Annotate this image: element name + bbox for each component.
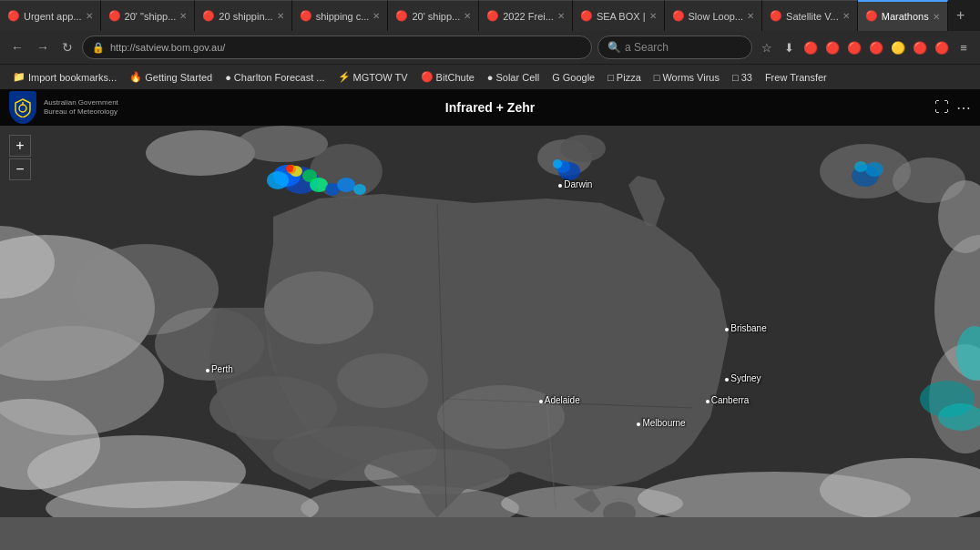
svg-point-51 <box>865 162 883 177</box>
tab-close-3[interactable]: ✕ <box>277 11 284 21</box>
svg-point-33 <box>264 271 373 344</box>
tab-10[interactable]: 🔴 Marathons ✕ <box>858 0 948 31</box>
forward-button[interactable]: → <box>33 38 53 56</box>
extension-icon-5[interactable]: 🟡 <box>889 38 907 56</box>
bookmark-label-4: BitChute <box>436 72 475 83</box>
tab-close-8[interactable]: ✕ <box>747 11 754 21</box>
bookmark-label-9: 33 <box>741 72 752 83</box>
tab-close-6[interactable]: ✕ <box>557 11 565 21</box>
tab-bar: 🔴 Urgent app... ✕ 🔴 20' "shipp... ✕ 🔴 20… <box>0 0 980 31</box>
bookmark-import[interactable]: 📁 Import bookmarks... <box>7 69 122 85</box>
svg-point-46 <box>353 184 366 195</box>
svg-point-45 <box>337 178 355 192</box>
tab-label-7: SEA BOX | <box>597 11 646 22</box>
bookmark-label-0: Import bookmarks... <box>28 72 117 83</box>
svg-point-10 <box>237 126 328 162</box>
fullscreen-button[interactable]: ⛶ <box>934 99 949 117</box>
svg-point-49 <box>553 159 562 168</box>
bookmark-label-7: Pizza <box>617 72 641 83</box>
extension-icon-3[interactable]: 🔴 <box>845 38 863 56</box>
bookmark-star-icon[interactable]: ☆ <box>758 38 776 56</box>
address-text: http://satview.bom.gov.au/ <box>110 42 225 53</box>
tab-label-3: 20 shippin... <box>219 11 272 22</box>
tab-favicon-8: 🔴 <box>672 10 685 23</box>
australia-map-container: Darwin Brisbane Sydney Canberra Melbourn… <box>0 126 980 550</box>
tab-close-10[interactable]: ✕ <box>933 12 940 22</box>
tab-favicon-1: 🔴 <box>7 10 20 23</box>
tab-close-4[interactable]: ✕ <box>373 11 380 21</box>
tab-favicon-9: 🔴 <box>770 10 782 23</box>
bookmark-icon: 📁 <box>13 71 26 83</box>
svg-point-40 <box>302 169 317 182</box>
bookmark-getting-started[interactable]: 🔥 Getting Started <box>124 69 218 85</box>
bookmark-33[interactable]: □ 33 <box>727 70 758 85</box>
download-icon[interactable]: ⬇ <box>780 38 798 56</box>
search-input[interactable]: 🔍 a Search <box>597 36 752 59</box>
tab-4[interactable]: 🔴 shipping c... ✕ <box>292 0 389 31</box>
tab-close-5[interactable]: ✕ <box>464 11 471 21</box>
bookmark-icon-9: □ <box>732 72 739 83</box>
bookmark-google[interactable]: G Google <box>546 70 600 85</box>
bookmark-icon-6: G <box>552 72 560 83</box>
tab-5[interactable]: 🔴 20' shipp... ✕ <box>388 0 479 31</box>
tab-close-9[interactable]: ✕ <box>842 11 850 21</box>
back-button[interactable]: ← <box>7 38 27 56</box>
tab-favicon-6: 🔴 <box>486 10 499 23</box>
bom-shield <box>9 91 36 124</box>
tab-label-9: Satellite V... <box>786 11 839 22</box>
bookmark-icon-7: □ <box>607 72 614 83</box>
zoom-controls: + − <box>9 135 31 180</box>
map-title: Infrared + Zehr <box>445 100 535 115</box>
tab-close-2[interactable]: ✕ <box>179 11 187 21</box>
tab-7[interactable]: 🔴 SEA BOX | ✕ <box>573 0 665 31</box>
bookmark-icon-2: ● <box>225 72 231 83</box>
bookmark-label-8: Worms Virus <box>662 72 720 83</box>
tab-label-4: shipping c... <box>316 11 370 22</box>
extension-icon-7[interactable]: 🔴 <box>933 38 951 56</box>
bookmark-icon-1: 🔥 <box>129 71 142 83</box>
tab-6[interactable]: 🔴 2022 Frei... ✕ <box>479 0 573 31</box>
tab-close-1[interactable]: ✕ <box>86 11 93 21</box>
tab-9[interactable]: 🔴 Satellite V... ✕ <box>762 0 858 31</box>
bookmark-mgtow[interactable]: ⚡ MGTOW TV <box>332 69 413 85</box>
zoom-out-button[interactable]: − <box>9 158 31 180</box>
search-icon: 🔍 <box>607 41 621 54</box>
address-bar: ← → ↻ 🔒 http://satview.bom.gov.au/ 🔍 a S… <box>0 31 980 64</box>
zoom-in-button[interactable]: + <box>9 135 31 157</box>
bookmark-solar[interactable]: ● Solar Cell <box>482 70 545 85</box>
bookmark-label-6: Google <box>563 72 595 83</box>
extension-icon-4[interactable]: 🔴 <box>867 38 885 56</box>
svg-point-52 <box>854 161 867 172</box>
satellite-image[interactable]: Darwin Brisbane Sydney Canberra Melbourn… <box>0 126 980 550</box>
extension-icon-2[interactable]: 🔴 <box>823 38 842 56</box>
tab-3[interactable]: 🔴 20 shippin... ✕ <box>195 0 291 31</box>
tab-favicon-4: 🔴 <box>300 10 312 23</box>
bookmark-icon-3: ⚡ <box>338 71 351 83</box>
tab-8[interactable]: 🔴 Slow Loop... ✕ <box>665 0 763 31</box>
more-options-button[interactable]: ⋯ <box>956 99 971 117</box>
svg-point-9 <box>146 130 255 176</box>
search-placeholder: a Search <box>625 41 669 54</box>
browser-window: 🔴 Urgent app... ✕ 🔴 20' "shipp... ✕ 🔴 20… <box>0 0 980 550</box>
settings-icon[interactable]: ≡ <box>954 38 973 56</box>
satellite-view[interactable]: Australian Government Bureau of Meteorol… <box>0 89 980 550</box>
tab-close-7[interactable]: ✕ <box>649 11 657 21</box>
address-input[interactable]: 🔒 http://satview.bom.gov.au/ <box>82 36 592 59</box>
bookmark-frew[interactable]: Frew Transfer <box>760 70 832 85</box>
new-tab-button[interactable]: + <box>948 0 974 31</box>
bookmark-label-3: MGTOW TV <box>353 72 408 83</box>
bookmark-pizza[interactable]: □ Pizza <box>602 70 647 85</box>
bookmark-bitchute[interactable]: 🔴 BitChute <box>415 69 480 85</box>
extension-icon-6[interactable]: 🔴 <box>911 38 929 56</box>
bookmark-worms[interactable]: □ Worms Virus <box>648 70 725 85</box>
tab-favicon-5: 🔴 <box>395 10 408 23</box>
extension-icon-1[interactable]: 🔴 <box>801 38 820 56</box>
reload-button[interactable]: ↻ <box>58 38 77 56</box>
bookmark-charlton[interactable]: ● Charlton Forecast ... <box>219 70 330 85</box>
tab-2[interactable]: 🔴 20' "shipp... ✕ <box>101 0 196 31</box>
tab-favicon-7: 🔴 <box>580 10 593 23</box>
tab-1[interactable]: 🔴 Urgent app... ✕ <box>0 0 101 31</box>
tab-label-8: Slow Loop... <box>689 11 744 22</box>
bookmarks-bar: 📁 Import bookmarks... 🔥 Getting Started … <box>0 64 980 89</box>
svg-point-43 <box>286 165 293 172</box>
